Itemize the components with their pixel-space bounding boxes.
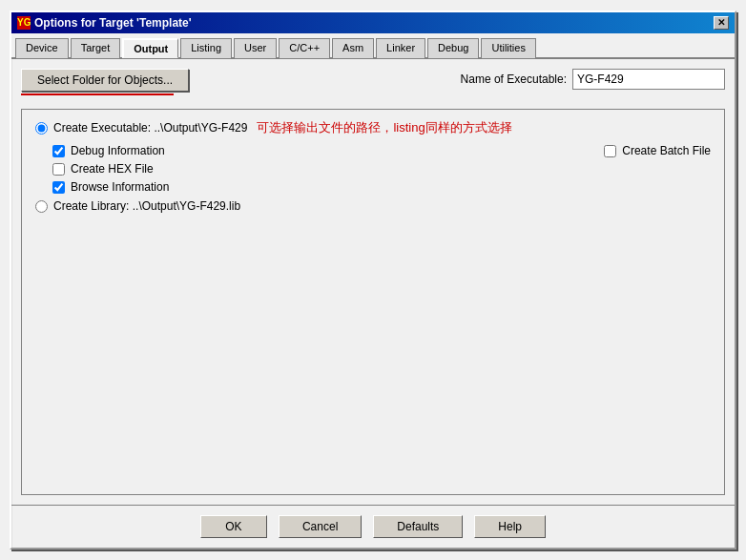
- tab-target[interactable]: Target: [71, 38, 121, 58]
- annotation-text: 可选择输出文件的路径，listing同样的方式选择: [257, 119, 511, 136]
- create-exe-radio[interactable]: [35, 122, 48, 135]
- browse-info-checkbox[interactable]: [52, 181, 65, 194]
- main-window: YG Options for Target 'Template' ✕ Devic…: [10, 10, 736, 550]
- tab-device[interactable]: Device: [15, 38, 69, 58]
- ok-button[interactable]: OK: [200, 515, 267, 538]
- create-batch-row: Create Batch File: [604, 144, 711, 157]
- debug-info-label: Debug Information: [71, 144, 165, 157]
- options-group: Create Executable: ..\Output\YG-F429 可选择…: [21, 109, 725, 495]
- create-exe-label: Create Executable: ..\Output\YG-F429: [53, 121, 247, 135]
- top-section: Select Folder for Objects... Name of Exe…: [21, 69, 725, 95]
- debug-info-checkbox[interactable]: [52, 145, 65, 157]
- underline-decoration: [21, 93, 174, 95]
- window-title: Options for Target 'Template': [34, 16, 192, 30]
- top-right: Name of Executable:: [461, 69, 725, 90]
- create-hex-row: Create HEX File: [52, 162, 711, 176]
- create-lib-radio[interactable]: [35, 200, 48, 213]
- create-hex-checkbox[interactable]: [52, 163, 65, 176]
- bottom-buttons: OK Cancel Defaults Help: [11, 505, 735, 548]
- tab-asm[interactable]: Asm: [332, 38, 374, 58]
- content-area: Select Folder for Objects... Name of Exe…: [11, 59, 735, 505]
- create-batch-checkbox[interactable]: [604, 145, 616, 157]
- name-exe-label: Name of Executable:: [461, 73, 567, 86]
- tab-debug[interactable]: Debug: [427, 38, 479, 58]
- tab-bar: Device Target Output Listing User C/C++ …: [11, 33, 735, 59]
- tab-listing[interactable]: Listing: [180, 38, 232, 58]
- close-button[interactable]: ✕: [714, 16, 729, 30]
- browse-info-row: Browse Information: [52, 180, 711, 194]
- create-batch-label: Create Batch File: [622, 144, 711, 157]
- title-bar-left: YG Options for Target 'Template': [17, 16, 192, 30]
- create-lib-label: Create Library: ..\Output\YG-F429.lib: [53, 199, 240, 213]
- tab-cpp[interactable]: C/C++: [279, 38, 330, 58]
- top-left: Select Folder for Objects...: [21, 69, 189, 95]
- tab-linker[interactable]: Linker: [376, 38, 425, 58]
- tab-output[interactable]: Output: [122, 38, 178, 58]
- browse-info-label: Browse Information: [71, 180, 169, 194]
- title-bar: YG Options for Target 'Template' ✕: [11, 12, 735, 33]
- select-folder-button[interactable]: Select Folder for Objects...: [21, 69, 189, 92]
- create-hex-label: Create HEX File: [71, 162, 154, 176]
- app-icon: YG: [17, 16, 31, 30]
- create-lib-row: Create Library: ..\Output\YG-F429.lib: [35, 199, 711, 213]
- help-button[interactable]: Help: [474, 515, 546, 538]
- tab-utilities[interactable]: Utilities: [481, 38, 535, 58]
- defaults-button[interactable]: Defaults: [373, 515, 463, 538]
- name-exe-input[interactable]: [572, 69, 725, 90]
- create-exe-row: Create Executable: ..\Output\YG-F429: [35, 121, 247, 135]
- cancel-button[interactable]: Cancel: [279, 515, 362, 538]
- tab-user[interactable]: User: [234, 38, 277, 58]
